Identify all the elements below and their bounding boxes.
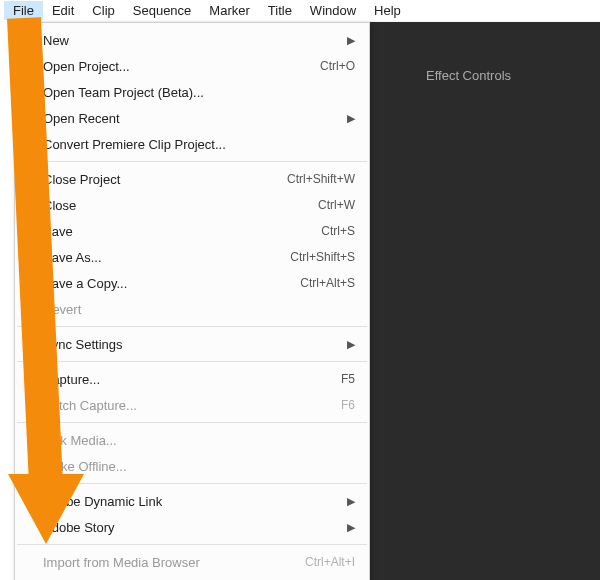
- menu-item-shortcut: Ctrl+W: [308, 198, 355, 212]
- menu-item-label: Import from Media Browser: [43, 555, 295, 570]
- menu-item-close[interactable]: CloseCtrl+W: [15, 192, 369, 218]
- menu-item-label: Close: [43, 198, 308, 213]
- menu-item-shortcut: Ctrl+Alt+S: [290, 276, 355, 290]
- menu-item-shortcut: Ctrl+O: [310, 59, 355, 73]
- menu-item-label: Adobe Dynamic Link: [43, 494, 337, 509]
- menu-item-shortcut: Ctrl+Shift+W: [277, 172, 355, 186]
- menu-item-label: Save a Copy...: [43, 276, 290, 291]
- menu-item-save[interactable]: SaveCtrl+S: [15, 218, 369, 244]
- menu-item-import-from-media-browser: Import from Media BrowserCtrl+Alt+I: [15, 549, 369, 575]
- menu-item-shortcut: F5: [331, 372, 355, 386]
- menu-item-label: Open Project...: [43, 59, 310, 74]
- menu-item-label: Open Team Project (Beta)...: [43, 85, 355, 100]
- menu-item-label: Convert Premiere Clip Project...: [43, 137, 355, 152]
- menu-separator: [17, 161, 367, 162]
- menu-item-label: Adobe Story: [43, 520, 337, 535]
- menu-item-shortcut: Ctrl+Alt+I: [295, 555, 355, 569]
- menu-item-convert-premiere-clip-project[interactable]: Convert Premiere Clip Project...: [15, 131, 369, 157]
- menu-item-save-as[interactable]: Save As...Ctrl+Shift+S: [15, 244, 369, 270]
- menu-item-shortcut: Ctrl+S: [311, 224, 355, 238]
- menu-item-adobe-dynamic-link[interactable]: Adobe Dynamic Link▶: [15, 488, 369, 514]
- menubar: FileEditClipSequenceMarkerTitleWindowHel…: [0, 0, 600, 22]
- menu-item-label: Save As...: [43, 250, 280, 265]
- menubar-item-edit[interactable]: Edit: [43, 1, 83, 20]
- menubar-item-clip[interactable]: Clip: [83, 1, 123, 20]
- panel-tab-label[interactable]: Effect Controls: [426, 68, 511, 83]
- menu-item-label: Batch Capture...: [43, 398, 331, 413]
- menubar-item-help[interactable]: Help: [365, 1, 410, 20]
- menu-item-open-project[interactable]: Open Project...Ctrl+O: [15, 53, 369, 79]
- effect-controls-panel: Effect Controls: [370, 22, 600, 580]
- menu-item-label: Sync Settings: [43, 337, 337, 352]
- menu-item-open-recent[interactable]: Open Recent▶: [15, 105, 369, 131]
- menubar-item-sequence[interactable]: Sequence: [124, 1, 201, 20]
- menubar-item-title[interactable]: Title: [259, 1, 301, 20]
- menu-item-new[interactable]: New▶: [15, 27, 369, 53]
- chevron-right-icon: ▶: [347, 112, 355, 125]
- menu-item-save-a-copy[interactable]: Save a Copy...Ctrl+Alt+S: [15, 270, 369, 296]
- menu-separator: [17, 483, 367, 484]
- menu-item-label: Revert: [43, 302, 355, 317]
- menu-item-batch-capture: Batch Capture...F6: [15, 392, 369, 418]
- menu-separator: [17, 361, 367, 362]
- menu-separator: [17, 422, 367, 423]
- file-menu-dropdown: New▶Open Project...Ctrl+OOpen Team Proje…: [14, 22, 370, 580]
- menu-item-link-media: Link Media...: [15, 427, 369, 453]
- menu-item-label: New: [43, 33, 337, 48]
- menu-item-label: Link Media...: [43, 433, 355, 448]
- menu-separator: [17, 544, 367, 545]
- menu-item-capture[interactable]: Capture...F5: [15, 366, 369, 392]
- menu-item-open-team-project-beta[interactable]: Open Team Project (Beta)...: [15, 79, 369, 105]
- chevron-right-icon: ▶: [347, 34, 355, 47]
- menu-item-make-offline: Make Offline...: [15, 453, 369, 479]
- menu-item-import[interactable]: Import...Ctrl+I: [15, 575, 369, 580]
- menubar-item-window[interactable]: Window: [301, 1, 365, 20]
- menu-item-close-project[interactable]: Close ProjectCtrl+Shift+W: [15, 166, 369, 192]
- menu-item-revert: Revert: [15, 296, 369, 322]
- chevron-right-icon: ▶: [347, 338, 355, 351]
- menu-item-sync-settings[interactable]: Sync Settings▶: [15, 331, 369, 357]
- menubar-item-file[interactable]: File: [4, 1, 43, 20]
- menu-separator: [17, 326, 367, 327]
- chevron-right-icon: ▶: [347, 495, 355, 508]
- menu-item-label: Save: [43, 224, 311, 239]
- menu-item-adobe-story[interactable]: Adobe Story▶: [15, 514, 369, 540]
- menu-item-label: Make Offline...: [43, 459, 355, 474]
- menu-item-shortcut: Ctrl+Shift+S: [280, 250, 355, 264]
- menu-item-label: Open Recent: [43, 111, 337, 126]
- menu-item-label: Capture...: [43, 372, 331, 387]
- menu-item-shortcut: F6: [331, 398, 355, 412]
- menubar-item-marker[interactable]: Marker: [200, 1, 258, 20]
- chevron-right-icon: ▶: [347, 521, 355, 534]
- menu-item-label: Close Project: [43, 172, 277, 187]
